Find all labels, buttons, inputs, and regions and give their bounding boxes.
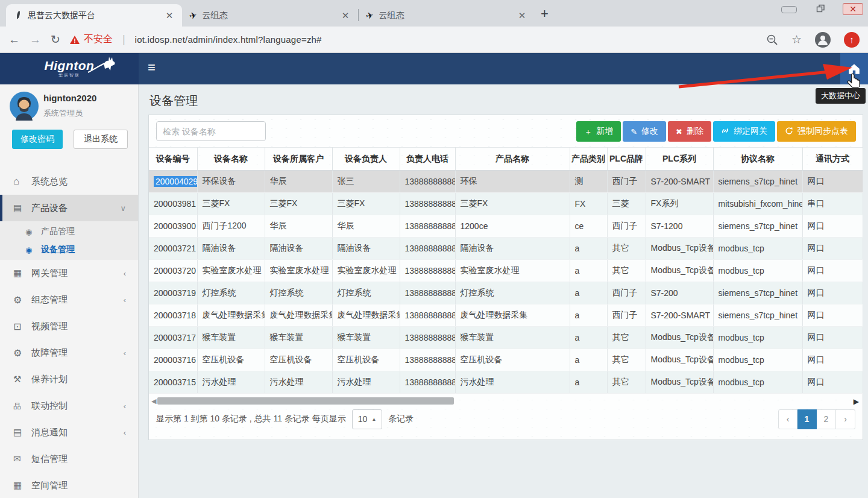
device-customer: 实验室废水处理 [265, 260, 332, 282]
plc-series: FX系列 [646, 193, 713, 215]
plc-series: S7-200 [646, 282, 713, 304]
browser-tab-3[interactable]: ✈ 云组态 ✕ [359, 4, 535, 27]
column-header[interactable]: 设备名称 [197, 148, 265, 171]
device-name: 三菱FX [197, 193, 265, 215]
plc-series: Modbus_Tcp设备 [646, 371, 713, 394]
chevron-left-icon: ‹ [124, 269, 126, 278]
tab-close-icon[interactable]: ✕ [517, 10, 527, 21]
sidebar-item-space-management[interactable]: 空间管理 [0, 472, 138, 498]
delete-button[interactable]: ✖删除 [668, 121, 711, 142]
protocol-name: modbus_tcp [713, 260, 802, 282]
hamburger-menu-icon[interactable]: ≡ [148, 61, 156, 84]
user-role: 系统管理员 [43, 108, 96, 119]
sidebar-item-maintenance-plan[interactable]: 保养计划 [0, 366, 138, 392]
page-size-dropdown[interactable]: 10 ▲ [352, 409, 383, 429]
table-row[interactable]: 200003715 污水处理 污水处理 污水处理 13888888888 污水处… [149, 371, 863, 394]
sidebar-item-product-device[interactable]: 产品设备 ∨ [0, 195, 138, 221]
change-password-button[interactable]: 修改密码 [12, 130, 63, 149]
table-row[interactable]: 200003716 空压机设备 空压机设备 空压机设备 13888888888 … [149, 349, 863, 371]
product-name: 废气处理数据采集 [455, 304, 570, 327]
sidebar-item-sms-management[interactable]: 短信管理 [0, 446, 138, 472]
sidebar-item-product-management[interactable]: 产品管理 [0, 222, 138, 241]
device-customer: 污水处理 [265, 371, 332, 394]
column-header[interactable]: 产品类别 [570, 148, 607, 171]
back-icon[interactable]: ← [8, 34, 20, 45]
add-button[interactable]: ＋新增 [576, 121, 621, 142]
product-category: a [570, 238, 607, 260]
restore-button[interactable] [811, 2, 829, 15]
browser-update-icon[interactable]: ↑ [844, 32, 860, 48]
table-row[interactable]: 200003900 西门子1200 华辰 华辰 13888888888 1200… [149, 215, 863, 238]
browser-tabstrip: 思普云大数据平台 ✕ ✈ 云组态 ✕ ✈ 云组态 ✕ + ✕ [0, 0, 868, 27]
plc-brand: 西门子 [607, 282, 646, 304]
logout-button[interactable]: 退出系统 [74, 130, 128, 149]
sidebar-item-system-overview[interactable]: 系统总览 [0, 168, 138, 195]
next-page-button[interactable]: › [836, 409, 855, 429]
column-header[interactable]: 通讯方式 [802, 148, 863, 171]
window-controls: ✕ [780, 2, 863, 15]
table-row[interactable]: 200003981 三菱FX 三菱FX 三菱FX 13888888888 三菱F… [149, 193, 863, 215]
dot-circle-icon [25, 227, 41, 236]
column-header[interactable]: 协议名称 [713, 148, 802, 171]
tab-close-icon[interactable]: ✕ [164, 10, 175, 21]
edit-button[interactable]: ✎修改 [623, 121, 666, 142]
table-row[interactable]: 200003718 废气处理数据采集 废气处理数据采集 废气处理数据采集 138… [149, 304, 863, 327]
table-toolbar: ＋新增 ✎修改 ✖删除 绑定网关 强制同步点表 [149, 115, 863, 147]
device-owner: 废气处理数据采集 [332, 304, 400, 327]
zoom-out-icon[interactable] [766, 34, 778, 46]
device-name: 废气处理数据采集 [197, 304, 265, 327]
dot-circle-icon [25, 245, 41, 254]
column-header[interactable]: PLC品牌 [607, 148, 646, 171]
bigdata-home-button[interactable] [840, 53, 868, 84]
browser-tab-2[interactable]: ✈ 云组态 ✕ [182, 4, 358, 27]
sidebar-item-fault-management[interactable]: 故障管理 ‹ [0, 339, 138, 366]
scroll-right-arrow-icon[interactable]: ▶ [854, 397, 859, 406]
force-sync-button[interactable]: 强制同步点表 [777, 121, 856, 142]
column-header[interactable]: 负责人电话 [400, 148, 455, 171]
page-button-2[interactable]: 2 [817, 409, 836, 429]
sidebar-item-scada-management[interactable]: 组态管理 ‹ [0, 286, 138, 313]
page-button-1[interactable]: 1 [797, 409, 817, 429]
search-input[interactable] [156, 121, 266, 141]
product-category: a [570, 371, 607, 394]
sidebar-item-gateway-management[interactable]: 网关管理 ‹ [0, 260, 138, 286]
security-chip[interactable]: 不安全 [70, 33, 113, 46]
table-row[interactable]: 200003719 灯控系统 灯控系统 灯控系统 13888888888 灯控系… [149, 282, 863, 304]
reload-icon[interactable]: ↻ [51, 34, 60, 45]
user-panel: hignton2020 系统管理员 修改密码 退出系统 [0, 84, 138, 150]
device-owner: 空压机设备 [332, 349, 400, 371]
column-header[interactable]: 设备负责人 [332, 148, 400, 171]
table-row[interactable]: 200003717 猴车装置 猴车装置 猴车装置 13888888888 猴车装… [149, 327, 863, 349]
scroll-left-arrow-icon[interactable]: ◀ [151, 397, 156, 405]
prev-page-button[interactable]: ‹ [778, 409, 797, 429]
sidebar-item-linkage-control[interactable]: 联动控制 ‹ [0, 392, 138, 419]
product-category: ce [570, 215, 607, 238]
tab-close-icon[interactable]: ✕ [340, 10, 351, 21]
minimize-button[interactable] [780, 2, 798, 15]
owner-phone: 13888888888 [400, 193, 455, 215]
plc-series: Modbus_Tcp设备 [646, 260, 713, 282]
device-id: 200003981 [154, 199, 196, 209]
sidebar-item-device-management[interactable]: 设备管理 [0, 241, 138, 259]
column-header[interactable]: 设备编号 [149, 148, 197, 171]
bind-gateway-button[interactable]: 绑定网关 [713, 121, 775, 142]
sidebar-item-message-notification[interactable]: 消息通知 ‹ [0, 419, 138, 446]
forward-icon[interactable]: → [30, 34, 41, 45]
table-row[interactable]: 200004029 环保设备 华辰 张三 13888888888 环保 测 西门… [149, 171, 863, 193]
scrollbar-thumb[interactable] [157, 397, 454, 405]
url-text[interactable]: iot.idosp.net/admin/index.html?language=… [135, 34, 322, 45]
sidebar-item-video-management[interactable]: 视频管理 [0, 313, 138, 339]
new-tab-button[interactable]: + [541, 7, 549, 20]
grid-icon [13, 268, 31, 279]
table-row[interactable]: 200003720 实验室废水处理 实验室废水处理 实验室废水处理 138888… [149, 260, 863, 282]
column-header[interactable]: PLC系列 [646, 148, 713, 171]
column-header[interactable]: 设备所属客户 [265, 148, 332, 171]
device-customer: 废气处理数据采集 [265, 304, 332, 327]
table-row[interactable]: 200003721 隔油设备 隔油设备 隔油设备 13888888888 隔油设… [149, 238, 863, 260]
browser-profile-icon[interactable] [815, 32, 831, 48]
browser-tab-1[interactable]: 思普云大数据平台 ✕ [6, 4, 182, 27]
close-button[interactable]: ✕ [843, 3, 863, 15]
pagination-info-suffix: 条记录 [388, 414, 414, 424]
bookmark-star-icon[interactable]: ☆ [791, 33, 802, 46]
column-header[interactable]: 产品名称 [455, 148, 570, 171]
